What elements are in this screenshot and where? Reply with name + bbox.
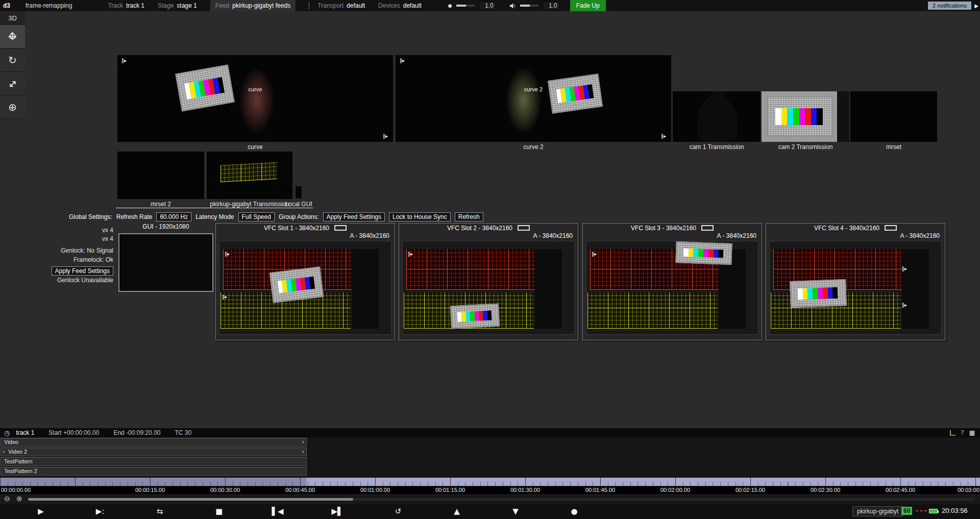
down-button[interactable]: ▼ [512, 507, 519, 516]
menu-transport[interactable]: Transport default [317, 0, 365, 11]
play-button[interactable]: ▶ [38, 507, 44, 516]
layer-scroll-left-icon[interactable]: ‹ [3, 448, 5, 456]
timeline-ruler[interactable] [0, 478, 980, 486]
notifications-expand-icon[interactable]: ▶ [974, 3, 978, 9]
menu-feed[interactable]: Feed pkirkup-gigabyt feeds [210, 0, 296, 11]
layer-scroll-right-icon[interactable]: › [302, 438, 304, 446]
timeline-scrollbar[interactable] [28, 498, 975, 501]
layer-row-video[interactable]: Video › [1, 438, 307, 447]
layer-scroll-right-icon[interactable]: › [302, 448, 304, 456]
menu-track[interactable]: Track track 1 [108, 0, 144, 11]
move-tool-button[interactable]: ↔↕ [0, 25, 25, 48]
timeline-tc[interactable]: TC 30 [175, 429, 192, 436]
jump-start-button[interactable]: ▌◀ [272, 507, 283, 516]
globe-tool-button[interactable]: ⊕ [0, 95, 25, 119]
layer-row-testpattern[interactable]: TestPattern [1, 457, 307, 466]
timeline-scrollbar-thumb[interactable] [28, 498, 353, 501]
devices-value[interactable]: default [403, 2, 422, 9]
feed-thumbnail-cam-1[interactable]: cam 1 Transmission [673, 91, 761, 151]
feed-label: Feed [215, 2, 229, 9]
fade-up-button[interactable]: Fade Up [570, 0, 606, 11]
track-bar: ◷ track 1 Start +00:00:00.00 End -00:09:… [0, 428, 980, 437]
feed-caption: curve 2 [396, 142, 671, 151]
stop-button[interactable]: ■ [215, 507, 223, 516]
zoom-in-icon[interactable]: ⊕ [16, 495, 22, 503]
global-settings-label: Global Settings: [69, 213, 112, 220]
axes-icon[interactable] [950, 430, 955, 436]
status-machine-name[interactable]: pkirkup-gigabyt [852, 506, 903, 516]
notifications-badge[interactable]: 2 notifications [928, 2, 971, 10]
layer-name: TestPattern [4, 458, 33, 464]
volume-slider[interactable] [520, 5, 538, 7]
slot-checkbox[interactable] [701, 225, 714, 231]
brightness-value[interactable]: 1.0 [479, 1, 496, 10]
slot-head-label: A - 3840x2160 [216, 232, 395, 240]
feed-caption: mrset [850, 142, 937, 151]
brightness-group: ● 1.0 [448, 1, 496, 10]
apply-feed-settings-button[interactable]: Apply Feed Settings [323, 212, 385, 221]
timeline-end[interactable]: End -00:09:20.00 [113, 429, 160, 436]
timeline-track-name[interactable]: track 1 [16, 429, 34, 436]
vfc-slot-1-panel[interactable]: VFC Slot 1 - 3840x2160 A - 3840x2160 ∥▸ … [215, 223, 395, 340]
slot-title: VFC Slot 1 - 3840x2160 [264, 225, 329, 232]
layer-list: Video › ‹ Video 2 › TestPattern TestPatt… [1, 438, 307, 477]
return-button[interactable]: ↺ [395, 507, 402, 516]
apply-feed-settings-machine-button[interactable]: Apply Feed Settings [52, 266, 113, 276]
scale-tool-button[interactable]: ↔ [0, 72, 25, 95]
refresh-button[interactable]: Refresh [455, 212, 483, 221]
feed-thumbnail-cam-2[interactable]: cam 2 Transmission [762, 91, 849, 151]
jump-end-button[interactable]: ▶▌ [331, 507, 343, 516]
timecode-label: 00:02:15.00 [736, 487, 765, 493]
slot-checkbox[interactable] [518, 225, 530, 231]
record-button[interactable]: ● [571, 507, 577, 516]
devices-label: Devices [378, 2, 400, 9]
slot-checkbox[interactable] [885, 225, 897, 231]
track-value[interactable]: track 1 [126, 2, 144, 9]
grid-icon[interactable]: ▦ [969, 429, 975, 436]
cue-play-button[interactable]: ▶: [96, 507, 105, 516]
vfc-slot-3-panel[interactable]: VFC Slot 3 - 3840x2160 A - 3840x2160 ∥▸ [582, 223, 762, 340]
volume-value[interactable]: 1.0 [543, 1, 560, 10]
menu-stage[interactable]: Stage stage 1 [158, 0, 197, 11]
brightness-slider[interactable] [456, 5, 475, 7]
feed-thumbnail-mrset-2[interactable]: mrset 2 [117, 152, 204, 208]
feed-value[interactable]: pkirkup-gigabyt feeds [232, 2, 290, 9]
menu-frame-remapping[interactable]: frame-remapping [26, 2, 72, 9]
zoom-out-icon[interactable]: ⊖ [4, 495, 10, 503]
feed-marker-icon: ∥▸ [592, 252, 597, 257]
feed-marker-icon: ∥▸ [400, 58, 405, 63]
feed-thumbnail-mrset[interactable]: mrset [850, 91, 937, 151]
layer-row-testpattern-2[interactable]: TestPattern 2 [1, 467, 307, 476]
timeline-start[interactable]: Start +00:00:00.00 [48, 429, 99, 436]
scale-icon: ↔ [5, 76, 20, 91]
transport-value[interactable]: default [347, 2, 365, 9]
loop-button[interactable]: ⇆ [157, 507, 163, 516]
feed-marker-icon: ∥▸ [661, 134, 666, 139]
transport-bar: ▶ ▶: ⇆ ■ ▌◀ ▶▌ ↺ ▲ ▼ ● [0, 504, 980, 519]
up-button[interactable]: ▲ [454, 507, 460, 516]
view-mode-label[interactable]: 3D [0, 11, 25, 25]
feed-thumbnail-curve[interactable]: ∥▸ ∥▸ curve curve [117, 55, 393, 151]
help-icon[interactable]: ? [961, 429, 964, 436]
topbar-divider [309, 2, 309, 9]
vfc-slot-4-panel[interactable]: VFC Slot 4 - 3840x2160 A - 3840x2160 ∥▸ … [766, 223, 945, 340]
latency-mode-value[interactable]: Full Speed [238, 212, 275, 221]
feed-thumbnail-curve-2[interactable]: ∥▸ ∥▸ curve 2 curve 2 [396, 55, 671, 151]
feed-marker-icon: ∥▸ [902, 266, 907, 271]
feed-thumbnail-local-gui[interactable]: Local GUI [278, 152, 319, 208]
gui-output-panel[interactable]: GUI - 1920x1080 [117, 223, 214, 292]
layer-row-video-2[interactable]: ‹ Video 2 › [1, 448, 307, 456]
layer-name: TestPattern 2 [4, 468, 37, 474]
vfc-slot-2-panel[interactable]: VFC Slot 2 - 3840x2160 A - 3840x2160 ∥▸ [399, 223, 578, 340]
machine-name-label: vx 4 [0, 235, 113, 242]
menu-devices[interactable]: Devices default [378, 0, 422, 11]
feed-marker-icon: ∥▸ [121, 58, 127, 63]
timeline-ruler-left-shade [0, 478, 306, 486]
stage-value[interactable]: stage 1 [177, 2, 197, 9]
lock-house-sync-button[interactable]: Lock to House Sync [389, 212, 451, 221]
rotate-tool-button[interactable]: ↻ [0, 48, 25, 72]
slot-checkbox[interactable] [334, 225, 347, 231]
refresh-rate-value[interactable]: 60.000 Hz [156, 212, 191, 221]
feed-caption: curve [117, 142, 393, 151]
timeline-zoom-row: ⊖ ⊕ [0, 494, 980, 504]
